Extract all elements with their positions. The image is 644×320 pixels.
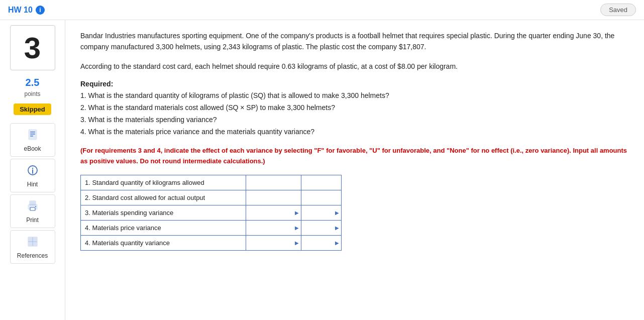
row1-input[interactable]: [250, 179, 297, 186]
row2-input[interactable]: [250, 194, 297, 201]
row5-dropdown-cell[interactable]: ▶: [301, 235, 342, 250]
svg-rect-11: [28, 237, 33, 242]
svg-point-5: [32, 168, 33, 169]
main-layout: 3 2.5 points Skipped eBook: [0, 20, 644, 320]
svg-point-10: [35, 206, 36, 207]
points-value: 2.5: [26, 76, 40, 88]
row2-label: 2. Standard cost allowed for actual outp…: [81, 190, 246, 205]
svg-rect-0: [29, 130, 37, 140]
svg-rect-13: [28, 242, 33, 246]
table-row: 4. Materials quantity variance ▶ ▶: [81, 235, 342, 250]
question-number: 3: [10, 25, 55, 70]
sidebar-item-ebook[interactable]: eBook: [10, 123, 55, 157]
row3-dropdown-arrow-icon: ▶: [335, 210, 339, 216]
list-item: 1. What is the standard quantity of kilo…: [80, 90, 629, 102]
row3-input-cell[interactable]: ▶: [246, 205, 301, 220]
svg-rect-14: [33, 242, 37, 246]
table-row: 4. Materials price variance ▶ ▶: [81, 220, 342, 235]
paragraph1: Bandar Industries manufactures sporting …: [80, 30, 629, 53]
row4-dropdown-cell[interactable]: ▶: [301, 220, 342, 235]
row4-input-cell[interactable]: ▶: [246, 220, 301, 235]
row3-label: 3. Materials spending variance: [81, 205, 246, 220]
row5-label: 4. Materials quantity variance: [81, 235, 246, 250]
svg-rect-1: [30, 132, 35, 133]
row5-dropdown-arrow-icon: ▶: [335, 240, 339, 246]
points-label: points: [24, 90, 40, 97]
answer-table: 1. Standard quantity of kilograms allowe…: [80, 175, 342, 251]
print-icon: [26, 199, 40, 215]
sidebar-item-print[interactable]: Print: [10, 194, 55, 228]
references-icon: [26, 235, 40, 250]
print-label: Print: [26, 217, 39, 224]
skipped-badge: Skipped: [14, 103, 51, 115]
table-row: 1. Standard quantity of kilograms allowe…: [81, 175, 342, 190]
warning-text: (For requirements 3 and 4, indicate the …: [80, 146, 629, 167]
list-item: 2. What is the standard materials cost a…: [80, 102, 629, 114]
ebook-label: eBook: [24, 145, 41, 152]
info-icon[interactable]: i: [36, 6, 45, 15]
row4-input[interactable]: [250, 224, 297, 232]
paragraph2: According to the standard cost card, eac…: [80, 61, 629, 72]
row2-input-cell[interactable]: [246, 190, 301, 205]
row1-input-cell[interactable]: [246, 175, 301, 190]
required-heading: Required:: [80, 80, 629, 88]
header: HW 10 i Saved: [0, 0, 644, 20]
row3-input[interactable]: [250, 209, 297, 217]
svg-rect-3: [30, 136, 33, 137]
hint-icon: [26, 163, 40, 179]
row4-dropdown-arrow-icon: ▶: [335, 225, 339, 231]
row5-input[interactable]: [250, 239, 297, 247]
row1-dropdown-cell: [301, 175, 342, 190]
sidebar-item-hint[interactable]: Hint: [10, 159, 55, 192]
svg-rect-12: [33, 237, 37, 242]
row3-dropdown-cell[interactable]: ▶: [301, 205, 342, 220]
row4-label: 4. Materials price variance: [81, 220, 246, 235]
content-area: Bandar Industries manufactures sporting …: [65, 20, 644, 320]
svg-rect-9: [30, 207, 35, 210]
table-row: 2. Standard cost allowed for actual outp…: [81, 190, 342, 205]
sidebar-item-references[interactable]: References: [10, 230, 55, 264]
list-item: 3. What is the materials spending varian…: [80, 114, 629, 126]
sidebar-nav: eBook Hint: [0, 123, 65, 264]
row2-dropdown-cell: [301, 190, 342, 205]
required-list: 1. What is the standard quantity of kilo…: [80, 90, 629, 138]
ebook-icon: [26, 128, 40, 143]
hw-title: HW 10: [8, 6, 33, 15]
row1-label: 1. Standard quantity of kilograms allowe…: [81, 175, 246, 190]
hint-label: Hint: [27, 181, 38, 188]
svg-rect-2: [30, 134, 35, 135]
saved-badge: Saved: [600, 4, 636, 16]
list-item: 4. What is the materials price variance …: [80, 126, 629, 138]
references-label: References: [17, 252, 48, 259]
sidebar: 3 2.5 points Skipped eBook: [0, 20, 65, 320]
required-section: Required: 1. What is the standard quanti…: [80, 80, 629, 138]
table-row: 3. Materials spending variance ▶ ▶: [81, 205, 342, 220]
row5-input-cell[interactable]: ▶: [246, 235, 301, 250]
